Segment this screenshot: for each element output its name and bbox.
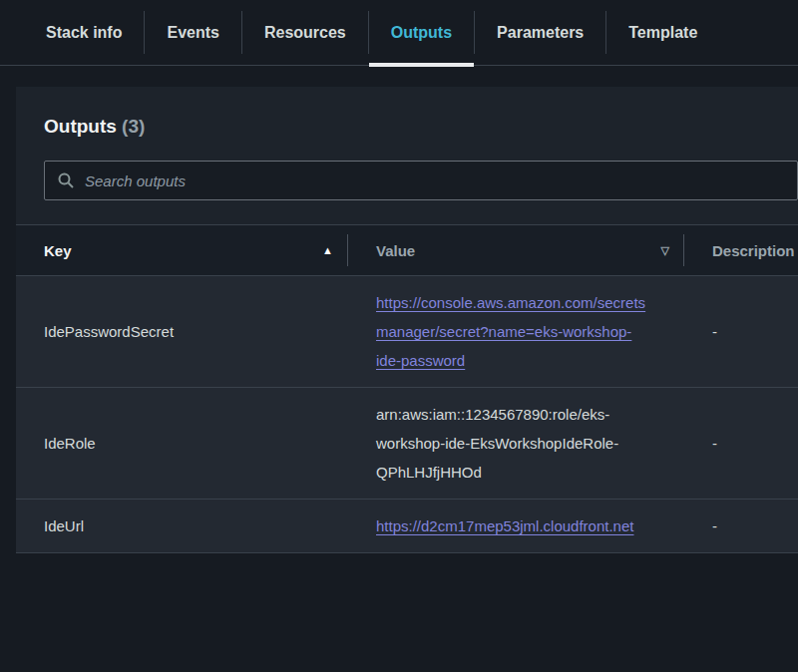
outputs-panel: Outputs (3) Key ▲: [16, 87, 798, 553]
output-value-link[interactable]: https://d2cm17mep53jml.cloudfront.net: [376, 517, 633, 534]
table-header-row: Key ▲ Value ▽ Description: [16, 225, 798, 276]
column-header-value-label: Value: [376, 242, 415, 259]
table-row: IdeUrl https://d2cm17mep53jml.cloudfront…: [16, 500, 798, 553]
output-description-cell: -: [684, 388, 798, 500]
output-description-cell: -: [684, 500, 798, 553]
search-input[interactable]: [44, 161, 798, 200]
column-header-description-label: Description: [712, 242, 795, 259]
outputs-panel-header: Outputs (3): [16, 87, 798, 224]
outputs-table: Key ▲ Value ▽ Description: [16, 224, 798, 553]
tab-stack-info[interactable]: Stack info: [24, 0, 144, 65]
stack-tab-bar: Stack info Events Resources Outputs Para…: [0, 0, 798, 66]
tab-events[interactable]: Events: [145, 0, 240, 65]
output-description-cell: -: [684, 276, 798, 388]
output-key-cell: IdeRole: [16, 388, 348, 500]
page-title: Outputs (3): [44, 116, 798, 138]
sort-unsorted-icon[interactable]: ▽: [661, 245, 669, 256]
search-box: [44, 161, 798, 200]
sort-ascending-icon[interactable]: ▲: [322, 245, 333, 256]
tab-resources[interactable]: Resources: [242, 0, 368, 65]
column-header-key[interactable]: Key ▲: [16, 225, 348, 276]
table-row: IdeRole arn:aws:iam::1234567890:role/eks…: [16, 388, 798, 500]
tab-parameters[interactable]: Parameters: [475, 0, 605, 65]
output-key-cell: IdePasswordSecret: [16, 276, 348, 388]
column-header-value[interactable]: Value ▽: [348, 225, 684, 276]
output-value-cell: https://console.aws.amazon.com/secretsma…: [348, 276, 684, 388]
table-row: IdePasswordSecret https://console.aws.am…: [16, 276, 798, 388]
output-key-cell: IdeUrl: [16, 500, 348, 553]
column-header-key-label: Key: [44, 242, 72, 259]
output-value-link[interactable]: https://console.aws.amazon.com/secretsma…: [376, 294, 645, 369]
output-value-cell: https://d2cm17mep53jml.cloudfront.net: [348, 500, 684, 553]
outputs-count-badge: (3): [122, 116, 145, 137]
panel-title-text: Outputs: [44, 116, 117, 137]
tab-outputs[interactable]: Outputs: [369, 0, 474, 65]
column-header-description: Description: [684, 225, 798, 276]
tab-template[interactable]: Template: [606, 0, 719, 65]
output-value-cell: arn:aws:iam::1234567890:role/eks-worksho…: [348, 388, 684, 500]
